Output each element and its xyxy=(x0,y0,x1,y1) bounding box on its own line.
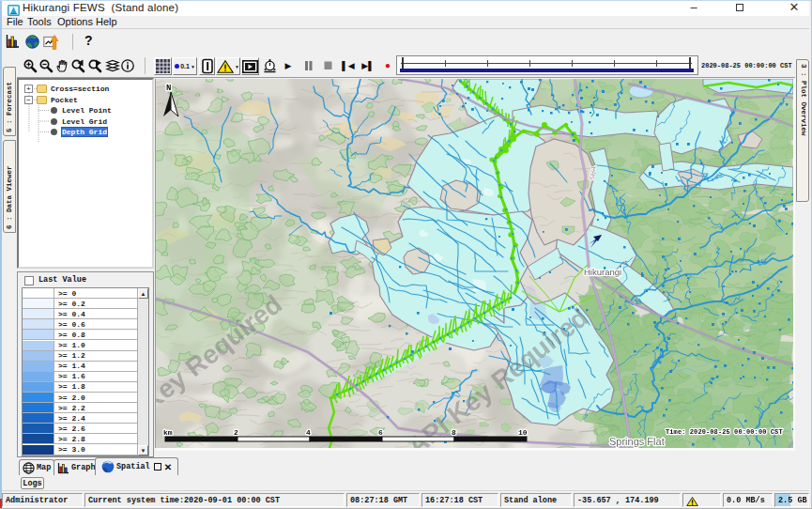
svg-text:Springs Flat: Springs Flat xyxy=(609,436,665,447)
svg-text:4: 4 xyxy=(306,428,311,437)
svg-text:N: N xyxy=(166,84,171,93)
svg-text:2: 2 xyxy=(234,428,238,437)
svg-text:6: 6 xyxy=(378,428,383,437)
svg-text:SH 1: SH 1 xyxy=(589,165,596,180)
svg-text:km: km xyxy=(163,428,173,437)
svg-text:10: 10 xyxy=(518,428,528,437)
svg-text:Time: 2020-08-25 00:00:00 CST: Time: 2020-08-25 00:00:00 CST xyxy=(666,428,783,436)
svg-text:Hikurangi: Hikurangi xyxy=(584,267,621,277)
svg-text:8: 8 xyxy=(452,428,456,437)
